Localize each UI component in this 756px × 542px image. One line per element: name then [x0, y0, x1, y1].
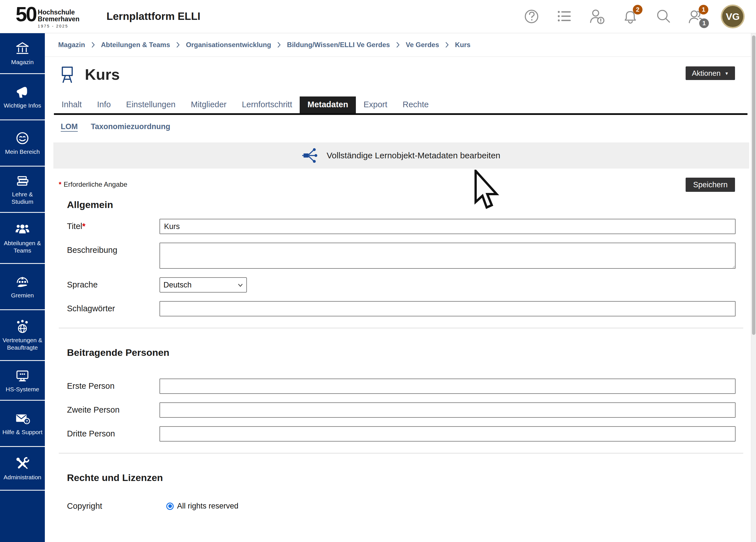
form-row-copyright: Copyright All rights reserved — [45, 501, 751, 511]
main-content: Magazin Abteilungen & Teams Organisation… — [45, 33, 751, 542]
actions-button-label: Aktionen — [692, 69, 721, 78]
schlagwoerter-input[interactable] — [159, 301, 736, 316]
zweite-person-input[interactable] — [159, 402, 736, 418]
schlagwoerter-label: Schlagwörter — [67, 301, 159, 313]
sidebar-item-wichtige-infos[interactable]: Wichtige Infos — [0, 74, 45, 120]
titel-input[interactable] — [159, 219, 736, 234]
titel-label: Titel* — [67, 219, 159, 231]
breadcrumb-item[interactable]: Bildung/Wissen/ELLI Ve Gerdes — [287, 41, 390, 49]
beschreibung-textarea[interactable] — [159, 243, 736, 269]
required-note-text: Erforderliche Angabe — [64, 180, 127, 188]
sidebar-item-administration[interactable]: Administration — [0, 447, 45, 491]
chevron-right-icon — [91, 41, 95, 49]
form-row-schlagwoerter: Schlagwörter — [45, 301, 751, 316]
logo-text: Hochschule Bremerhaven 1975 - 2025 — [38, 9, 79, 28]
dritte-person-input[interactable] — [159, 426, 736, 442]
tab-export[interactable]: Export — [356, 96, 395, 113]
sidebar-item-hilfe-support[interactable]: ? Hilfe & Support — [0, 401, 45, 447]
logo-years: 1975 - 2025 — [38, 24, 79, 28]
sidebar-item-mein-bereich[interactable]: Mein Bereich — [0, 120, 45, 167]
museum-icon — [15, 41, 30, 56]
form-row-zweite-person: Zweite Person — [45, 402, 751, 418]
sidebar: Magazin Wichtige Infos Mein Bereich Le — [0, 33, 45, 542]
breadcrumb-item[interactable]: Abteilungen & Teams — [101, 41, 170, 49]
actions-button[interactable]: Aktionen ▼ — [686, 66, 735, 80]
sidebar-item-abteilungen-teams[interactable]: Abteilungen & Teams — [0, 213, 45, 264]
sidebar-item-label: Administration — [3, 474, 41, 481]
logo-line1: Hochschule — [38, 9, 79, 16]
vertical-scrollbar[interactable] — [751, 33, 756, 542]
sidebar-item-label: HS-Systeme — [6, 386, 39, 393]
chevron-right-icon — [445, 41, 449, 49]
form-row-dritte-person: Dritte Person — [45, 426, 751, 442]
people-group-icon — [15, 222, 30, 237]
page-title: Kurs — [85, 67, 120, 82]
tab-einstellungen[interactable]: Einstellungen — [118, 96, 183, 113]
tab-bar: Inhalt Info Einstellungen Mitglieder Ler… — [54, 96, 747, 115]
help-icon — [524, 9, 539, 24]
contacts-badge-new: 1 — [699, 5, 708, 14]
search-icon — [655, 9, 671, 24]
globe-people-icon — [15, 319, 30, 334]
tab-info[interactable]: Info — [89, 96, 118, 113]
copyright-option-label: All rights reserved — [177, 502, 238, 511]
help-button[interactable] — [523, 8, 540, 25]
megaphone-icon — [15, 84, 30, 100]
awareness-button[interactable] — [589, 8, 606, 25]
section-heading-allgemein: Allgemein — [67, 199, 751, 210]
scrollbar-thumb[interactable] — [752, 35, 755, 335]
sprache-select[interactable]: Deutsch — [159, 277, 247, 293]
subtab-bar: LOM Taxonomiezuordnung — [61, 122, 751, 131]
search-button[interactable] — [655, 8, 671, 25]
committee-icon — [15, 274, 30, 289]
breadcrumb-item[interactable]: Magazin — [58, 41, 85, 49]
sidebar-item-magazin[interactable]: Magazin — [0, 33, 45, 74]
metadata-hub-icon — [302, 147, 319, 164]
tab-rechte[interactable]: Rechte — [395, 96, 436, 113]
course-icon — [58, 65, 76, 83]
svg-text:?: ? — [26, 419, 28, 423]
user-avatar[interactable]: VG — [721, 5, 745, 28]
copyright-radio-option[interactable]: All rights reserved — [159, 502, 238, 511]
erste-person-input[interactable] — [159, 379, 736, 394]
page-header: Kurs Aktionen ▼ — [45, 57, 751, 83]
sidebar-item-hs-systeme[interactable]: HS-Systeme — [0, 361, 45, 401]
subtab-lom[interactable]: LOM — [61, 122, 78, 131]
breadcrumb-item[interactable]: Ve Gerdes — [406, 41, 439, 49]
tab-inhalt[interactable]: Inhalt — [54, 96, 89, 113]
chevron-right-icon — [277, 41, 281, 49]
sidebar-item-label: Abteilungen & Teams — [1, 240, 44, 254]
sidebar-item-gremien[interactable]: Gremien — [0, 264, 45, 310]
main-menu-button[interactable] — [556, 8, 573, 25]
mail-help-icon: ? — [15, 411, 30, 426]
awareness-icon — [589, 9, 605, 24]
edit-full-metadata-bar[interactable]: Vollständige Lernobjekt-Metadaten bearbe… — [53, 142, 749, 169]
tab-metadaten[interactable]: Metadaten — [300, 96, 356, 113]
sidebar-item-lehre-studium[interactable]: Lehre & Studium — [0, 167, 45, 213]
sidebar-item-vertretungen-beauftragte[interactable]: Vertretungen & Beauftragte — [0, 310, 45, 361]
edit-full-metadata-label: Vollständige Lernobjekt-Metadaten bearbe… — [327, 151, 500, 160]
radio-selected-icon[interactable] — [166, 503, 174, 510]
chevron-right-icon — [396, 41, 400, 49]
caret-down-icon: ▼ — [725, 71, 729, 75]
sidebar-item-label: Mein Bereich — [5, 148, 40, 156]
books-icon — [15, 173, 30, 188]
required-asterisk: * — [59, 180, 61, 188]
university-logo[interactable]: 50 Hochschule Bremerhaven 1975 - 2025 — [16, 5, 79, 28]
tab-mitglieder[interactable]: Mitglieder — [183, 96, 234, 113]
contacts-button[interactable]: 1 1 — [688, 8, 704, 25]
main-menu-icon — [557, 9, 572, 24]
subtab-taxonomiezuordnung[interactable]: Taxonomiezuordnung — [91, 122, 170, 131]
breadcrumb: Magazin Abteilungen & Teams Organisation… — [45, 33, 751, 57]
logo-50-mark: 50 — [16, 5, 36, 24]
erste-person-label: Erste Person — [67, 379, 159, 391]
tab-lernfortschritt[interactable]: Lernfortschritt — [234, 96, 300, 113]
contacts-badge-total: 1 — [699, 18, 709, 28]
save-button[interactable]: Speichern — [686, 178, 735, 192]
breadcrumb-item-current[interactable]: Kurs — [455, 41, 471, 49]
sidebar-item-label: Vertretungen & Beauftragte — [1, 337, 44, 351]
notifications-button[interactable]: 2 — [622, 8, 639, 25]
top-header: 50 Hochschule Bremerhaven 1975 - 2025 Le… — [0, 0, 756, 33]
breadcrumb-item[interactable]: Organisationsentwicklung — [186, 41, 271, 49]
chevron-right-icon — [176, 41, 180, 49]
